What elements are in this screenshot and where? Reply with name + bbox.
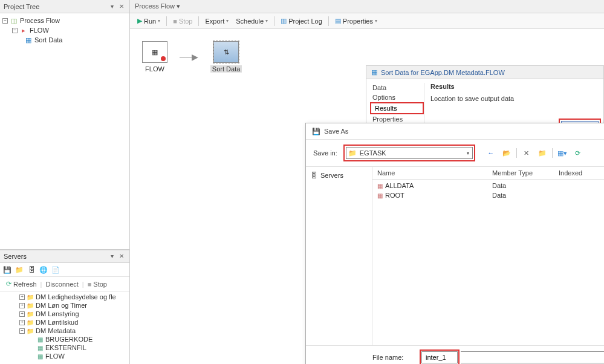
- servers-tree[interactable]: +📁DM Ledighedsydelse og fle+📁DM Løn og T…: [0, 291, 129, 364]
- stop-icon: ■: [88, 281, 92, 288]
- folder-icon: 📁: [26, 310, 34, 317]
- collapse-icon[interactable]: −: [12, 28, 18, 33]
- nav-results[interactable]: Results: [372, 103, 421, 113]
- schedule-button[interactable]: Schedule: [233, 16, 270, 26]
- folder-icon: 📁: [26, 319, 34, 326]
- flow-node-flow[interactable]: ▦ FLOW: [142, 41, 167, 73]
- file-list-header: Name Member Type Indexed: [372, 167, 604, 180]
- dialog-sidebar: 🗄 Servers: [306, 167, 372, 345]
- flow-node-label: Sort Data: [210, 65, 242, 73]
- server-icon[interactable]: 💾: [2, 265, 12, 275]
- col-indexed[interactable]: Indexed: [554, 167, 604, 179]
- refresh-icon: ⟳: [6, 280, 11, 288]
- server-file[interactable]: ▦EKSTERNFIL: [0, 343, 129, 352]
- open-folder-icon[interactable]: 📁: [536, 147, 548, 159]
- main-toolbar: ▶Run ■Stop Export Schedule ▥ Project Log…: [130, 13, 604, 29]
- right-header[interactable]: Process Flow ▾: [130, 0, 604, 13]
- server-folder[interactable]: +📁DM Løn og Timer: [0, 301, 129, 310]
- sort-panel-title: ▦ Sort Data for EGApp.DM Metadata.FLOW: [366, 65, 604, 79]
- up-folder-icon[interactable]: 📂: [501, 147, 513, 159]
- server-icon: 🗄: [311, 172, 317, 179]
- nav-data[interactable]: Data: [370, 83, 424, 93]
- sidebar-servers[interactable]: 🗄 Servers: [311, 171, 367, 180]
- folder-icon[interactable]: 📁: [15, 265, 24, 275]
- server-folder[interactable]: +📁DM Lønstyring: [0, 310, 129, 318]
- process-flow-icon: [10, 16, 18, 25]
- dialog-title: Save As: [324, 128, 348, 135]
- tree-node-flow[interactable]: − FLOW: [0, 25, 129, 35]
- project-log-button[interactable]: ▥ Project Log: [278, 16, 325, 26]
- collapse-icon[interactable]: −: [2, 18, 8, 24]
- project-tree-header: Project Tree ▾ ✕: [0, 0, 129, 13]
- save-as-dialog: 💾 Save As — ☐ ✕ Save in: EGTASK: [305, 123, 604, 364]
- table-icon: ▦: [142, 41, 167, 63]
- run-button[interactable]: ▶Run: [135, 16, 163, 26]
- filename-highlight: [420, 349, 459, 364]
- filename-input[interactable]: [421, 351, 458, 363]
- arrow-icon: ──▶: [180, 52, 198, 62]
- file-row[interactable]: ROOTData: [372, 190, 604, 200]
- dialog-bottom: File name: Files of type:: [306, 345, 604, 364]
- table-icon: [377, 192, 383, 199]
- file-list[interactable]: ALLDATADataROOTData: [372, 180, 604, 345]
- stop-button: ■Stop: [170, 16, 195, 26]
- tree-node-process-flow[interactable]: − Process Flow: [0, 16, 129, 25]
- properties-button[interactable]: ▤ Properties: [333, 16, 380, 26]
- tree-label: Process Flow: [20, 17, 60, 24]
- savein-combo[interactable]: EGTASK: [346, 147, 473, 159]
- toggle-icon[interactable]: +: [19, 320, 25, 325]
- servers-title: Servers: [4, 253, 27, 260]
- tree-label: Sort Data: [34, 36, 62, 44]
- page-icon[interactable]: 📄: [51, 265, 60, 275]
- export-button[interactable]: Export: [203, 16, 231, 26]
- nav-options[interactable]: Options: [370, 93, 424, 102]
- file-row[interactable]: ALLDATAData: [372, 181, 604, 190]
- refresh-icon[interactable]: ⟳: [572, 147, 584, 159]
- servers-header: Servers ▾ ✕: [0, 250, 129, 263]
- globe-icon[interactable]: 🌐: [39, 265, 48, 275]
- cylinder-icon[interactable]: 🗄: [27, 265, 36, 275]
- col-member-type[interactable]: Member Type: [487, 167, 554, 179]
- filename-combo-ext[interactable]: [461, 351, 604, 363]
- folder-icon: 📁: [26, 302, 34, 309]
- flow-node-label: FLOW: [145, 65, 164, 73]
- flow-icon: [19, 26, 28, 34]
- tree-node-sort-data[interactable]: Sort Data: [0, 35, 129, 45]
- server-file[interactable]: ▦FLOW: [0, 352, 129, 360]
- toggle-icon[interactable]: +: [19, 303, 25, 308]
- stop-button[interactable]: ■ Stop: [85, 279, 109, 289]
- server-folder[interactable]: −📁DM Metadata: [0, 327, 129, 335]
- toggle-icon[interactable]: −: [19, 328, 25, 334]
- project-tree[interactable]: − Process Flow − FLOW Sort Data: [0, 13, 129, 250]
- col-name[interactable]: Name: [372, 167, 487, 179]
- savein-highlight: EGTASK: [343, 145, 475, 161]
- servers-menu-icon[interactable]: ▾: [108, 252, 116, 261]
- project-tree-close-icon[interactable]: ✕: [117, 2, 126, 11]
- flow-node-sort[interactable]: ⇅ Sort Data: [210, 41, 242, 73]
- servers-toolbar: 💾 📁 🗄 🌐 📄: [0, 263, 129, 277]
- table-icon: [377, 182, 383, 189]
- disconnect-button[interactable]: Disconnect: [43, 279, 80, 289]
- toggle-icon[interactable]: +: [19, 311, 25, 317]
- right-header-title: Process Flow ▾: [135, 2, 180, 10]
- flow-canvas[interactable]: ▦ FLOW ──▶ ⇅ Sort Data ▦ Sort Data for E…: [130, 29, 604, 364]
- server-folder[interactable]: +📁DM Løntilskud: [0, 318, 129, 327]
- location-label: Location to save output data: [430, 95, 600, 102]
- savein-label: Save in:: [313, 149, 337, 157]
- toggle-icon[interactable]: +: [19, 294, 25, 300]
- sort-title-icon: ▦: [371, 68, 377, 76]
- server-folder[interactable]: +📁DM Ledighedsydelse og fle: [0, 293, 129, 301]
- stop-icon: ■: [173, 18, 177, 25]
- delete-icon[interactable]: ✕: [521, 147, 533, 159]
- server-file[interactable]: ▦BRUGERKODE: [0, 335, 129, 343]
- data-icon: ▦: [36, 353, 44, 360]
- view-icon[interactable]: ▦▾: [556, 147, 568, 159]
- dialog-titlebar[interactable]: 💾 Save As — ☐ ✕: [306, 123, 604, 140]
- results-heading: Results: [430, 83, 600, 90]
- back-icon[interactable]: ←: [485, 147, 497, 159]
- servers-close-icon[interactable]: ✕: [117, 252, 126, 261]
- filename-label: File name:: [372, 354, 409, 361]
- folder-icon: 📁: [26, 327, 34, 334]
- project-tree-menu-icon[interactable]: ▾: [108, 2, 116, 11]
- refresh-button[interactable]: ⟳ Refresh: [4, 279, 39, 289]
